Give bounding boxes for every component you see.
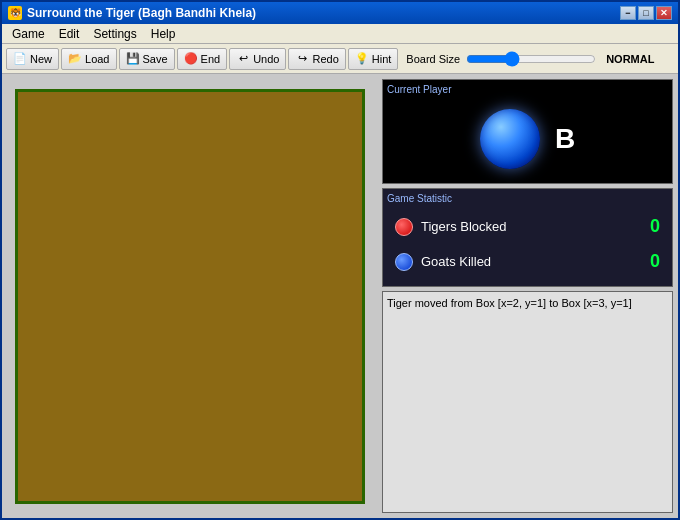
new-button[interactable]: 📄 New bbox=[6, 48, 59, 70]
goats-killed-left: Goats Killed bbox=[395, 253, 491, 271]
stats-panel: Game Statistic Tigers Blocked 0 Goats Ki… bbox=[382, 188, 673, 287]
maximize-button[interactable]: □ bbox=[638, 6, 654, 20]
undo-icon: ↩ bbox=[236, 52, 250, 66]
tigers-blocked-left: Tigers Blocked bbox=[395, 218, 507, 236]
app-icon: 🐯 bbox=[8, 6, 22, 20]
current-player-content: B bbox=[387, 99, 668, 179]
load-button[interactable]: 📂 Load bbox=[61, 48, 116, 70]
load-icon: 📂 bbox=[68, 52, 82, 66]
menu-settings[interactable]: Settings bbox=[87, 25, 142, 43]
menu-edit[interactable]: Edit bbox=[53, 25, 86, 43]
current-player-label: Current Player bbox=[387, 84, 668, 95]
goats-killed-value: 0 bbox=[650, 251, 660, 272]
main-content: Current Player B Game Statistic Tigers B… bbox=[2, 74, 678, 518]
redo-icon: ↪ bbox=[295, 52, 309, 66]
player-orb bbox=[480, 109, 540, 169]
goats-killed-label: Goats Killed bbox=[421, 254, 491, 269]
menu-game[interactable]: Game bbox=[6, 25, 51, 43]
tigers-dot bbox=[395, 218, 413, 236]
right-panel: Current Player B Game Statistic Tigers B… bbox=[377, 74, 678, 518]
redo-button[interactable]: ↪ Redo bbox=[288, 48, 345, 70]
undo-button[interactable]: ↩ Undo bbox=[229, 48, 286, 70]
log-text: Tiger moved from Box [x=2, y=1] to Box [… bbox=[387, 297, 632, 309]
menu-help[interactable]: Help bbox=[145, 25, 182, 43]
save-icon: 💾 bbox=[126, 52, 140, 66]
minimize-button[interactable]: − bbox=[620, 6, 636, 20]
board-size-slider[interactable] bbox=[466, 51, 596, 67]
menu-bar: Game Edit Settings Help bbox=[2, 24, 678, 44]
close-button[interactable]: ✕ bbox=[656, 6, 672, 20]
end-icon: 🔴 bbox=[184, 52, 198, 66]
title-bar: 🐯 Surround the Tiger (Bagh Bandhi Khela)… bbox=[2, 2, 678, 24]
board-container bbox=[15, 89, 365, 504]
title-bar-left: 🐯 Surround the Tiger (Bagh Bandhi Khela) bbox=[8, 6, 256, 20]
tigers-blocked-label: Tigers Blocked bbox=[421, 219, 507, 234]
window: 🐯 Surround the Tiger (Bagh Bandhi Khela)… bbox=[0, 0, 680, 520]
window-controls: − □ ✕ bbox=[620, 6, 672, 20]
stats-label: Game Statistic bbox=[387, 193, 668, 204]
new-icon: 📄 bbox=[13, 52, 27, 66]
current-player-panel: Current Player B bbox=[382, 79, 673, 184]
toolbar: 📄 New 📂 Load 💾 Save 🔴 End ↩ Undo ↪ Redo … bbox=[2, 44, 678, 74]
board-grid bbox=[23, 97, 357, 496]
goats-dot bbox=[395, 253, 413, 271]
normal-label: NORMAL bbox=[606, 53, 654, 65]
window-title: Surround the Tiger (Bagh Bandhi Khela) bbox=[27, 6, 256, 20]
player-letter: B bbox=[555, 123, 575, 155]
tigers-blocked-value: 0 bbox=[650, 216, 660, 237]
hint-button[interactable]: 💡 Hint bbox=[348, 48, 399, 70]
tigers-blocked-row: Tigers Blocked 0 bbox=[387, 212, 668, 241]
log-panel: Tiger moved from Box [x=2, y=1] to Box [… bbox=[382, 291, 673, 513]
end-button[interactable]: 🔴 End bbox=[177, 48, 228, 70]
hint-icon: 💡 bbox=[355, 52, 369, 66]
board-area bbox=[2, 74, 377, 518]
goats-killed-row: Goats Killed 0 bbox=[387, 247, 668, 276]
save-button[interactable]: 💾 Save bbox=[119, 48, 175, 70]
board-size-label: Board Size bbox=[406, 53, 460, 65]
